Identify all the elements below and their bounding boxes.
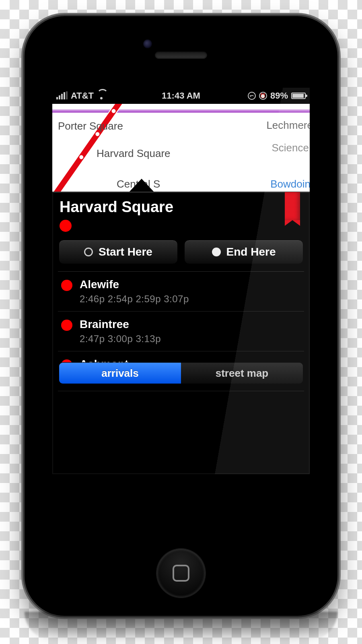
map-label-porter: Porter Square <box>58 120 123 132</box>
map-label-bowdoin: Bowdoin <box>270 178 310 190</box>
clock: 11:43 AM <box>52 91 310 101</box>
destination-name: Braintree <box>80 318 161 331</box>
destination-name: Alewife <box>80 278 189 291</box>
start-here-label: Start Here <box>99 246 152 258</box>
earpiece <box>155 52 207 59</box>
map-label-harvard: Harvard Square <box>97 147 171 160</box>
line-dot-icon <box>61 280 72 291</box>
station-title: Harvard Square <box>60 198 302 216</box>
map-pointer-icon <box>129 179 154 192</box>
line-dot-icon <box>61 320 72 331</box>
tab-arrivals[interactable]: arrivals <box>59 363 181 384</box>
end-here-button[interactable]: End Here <box>184 240 303 264</box>
destination-times: 2:46p 2:54p 2:59p 3:07p <box>80 293 189 305</box>
phone-reflection <box>25 612 337 640</box>
start-here-button[interactable]: Start Here <box>59 240 178 264</box>
destination-row[interactable]: Braintree2:47p 3:00p 3:13p <box>58 312 304 351</box>
screen: AT&T 11:43 AM ⤺ ⏰ 89% Porter Square Harv… <box>52 88 310 474</box>
destination-row[interactable]: Alewife2:46p 2:54p 2:59p 3:07p <box>58 272 304 312</box>
front-camera <box>143 39 152 48</box>
radio-open-icon <box>84 248 93 256</box>
end-here-label: End Here <box>226 246 276 258</box>
transit-map[interactable]: Porter Square Harvard Square Central S L… <box>52 104 310 192</box>
destination-times: 2:47p 3:00p 3:13p <box>80 333 161 345</box>
purple-line <box>52 109 310 113</box>
phone-frame: AT&T 11:43 AM ⤺ ⏰ 89% Porter Square Harv… <box>25 16 337 616</box>
bookmark-icon[interactable] <box>285 192 300 220</box>
map-label-science: Science <box>272 142 309 154</box>
status-bar: AT&T 11:43 AM ⤺ ⏰ 89% <box>52 88 310 104</box>
line-color-dot <box>60 220 72 232</box>
view-segmented-control: arrivals street map <box>59 362 303 384</box>
home-button[interactable] <box>157 549 205 597</box>
station-panel: Harvard Square Start Here End Here Alewi… <box>52 192 310 391</box>
map-label-lechmere: Lechmere <box>266 119 310 132</box>
battery-icon <box>291 93 306 99</box>
radio-filled-icon <box>212 248 221 256</box>
tab-street-map[interactable]: street map <box>181 363 303 384</box>
